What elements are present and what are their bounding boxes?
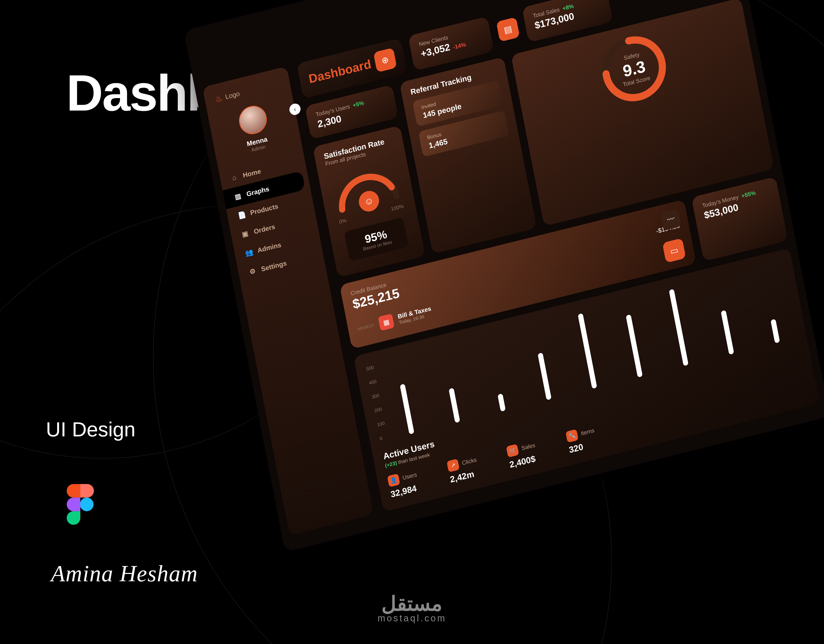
collapse-button[interactable]: ‹ (288, 103, 301, 116)
wallet-icon: ▭ (669, 245, 679, 256)
chart-bar (669, 289, 689, 366)
users-icon: 👥 (244, 248, 254, 258)
flame-icon: ♨ (214, 93, 223, 104)
stat-label: Items (580, 427, 595, 437)
chart-bar (721, 310, 734, 354)
chart-bar (497, 393, 506, 412)
newest-tag: NEWEST (357, 323, 375, 332)
file-icon: 📄 (237, 210, 246, 220)
chart-icon: ▥ (234, 192, 243, 201)
sidebar-item-label: Admins (257, 241, 282, 255)
calendar-icon: ▣ (241, 229, 250, 239)
stat-sales: 🛒Sales 2,400$ (506, 435, 555, 470)
watermark-latin: mostaql.com (378, 613, 446, 624)
ytick: 200 (374, 406, 383, 414)
stat-label: Clicks (461, 457, 477, 467)
cursor-icon: ↗ (447, 458, 460, 472)
ytick: 100 (377, 420, 385, 428)
sidebar-item-label: Orders (253, 223, 276, 236)
stat-clicks: ↗Clicks 2,42m (447, 450, 496, 485)
chart-bar (626, 314, 643, 377)
stat-label: Sales (521, 442, 536, 452)
watermark: مستقل mostaql.com (378, 592, 446, 624)
satisfaction-card: Satisfaction Rate From all projects ☺ (313, 125, 426, 278)
author-signature: Amina Hesham (51, 560, 198, 587)
chart-bar (537, 353, 552, 400)
stat-items: 🔧Items 320 (566, 420, 615, 455)
globe-button[interactable]: ⊕ (373, 48, 397, 73)
chart-bar (578, 313, 597, 389)
ytick: 300 (371, 393, 380, 400)
referral-card: Referral Tracking Invited 145 people Bon… (400, 57, 537, 254)
section-label: UI Design (46, 418, 135, 441)
gear-icon: ⚙ (248, 267, 257, 276)
ytick: 400 (369, 379, 377, 386)
gauge-min: 0% (338, 218, 347, 225)
sidebar-item-label: Settings (260, 259, 287, 273)
logo-text: Logo (224, 89, 240, 101)
chart-bar (400, 384, 414, 435)
home-icon: ⌂ (230, 173, 238, 182)
document-button[interactable]: ▤ (496, 17, 520, 42)
delta-value: (+23) (384, 460, 397, 468)
stat-users: 👤Users 32,984 (387, 465, 436, 500)
document-icon: ▤ (503, 23, 513, 35)
watermark-arabic: مستقل (378, 592, 446, 615)
figma-icon (66, 484, 94, 525)
chart-bar (449, 388, 460, 423)
wrench-icon: 🔧 (566, 429, 578, 443)
wallet-button[interactable]: ▭ (663, 238, 686, 263)
users-icon: 👤 (387, 474, 400, 487)
bill-icon: ▦ (378, 313, 395, 331)
chart-bar (770, 319, 780, 343)
dashboard-heading: Dashboard (307, 57, 372, 86)
ytick: 0 (380, 435, 388, 442)
cart-icon: 🛒 (506, 444, 519, 457)
stat-label: Users (402, 471, 418, 481)
kpi-delta: -14% (452, 41, 467, 51)
sidebar-item-label: Products (250, 202, 279, 217)
sidebar-item-label: Home (242, 167, 261, 179)
ytick: 500 (366, 365, 374, 372)
sidebar-item-label: Graphs (246, 185, 270, 198)
chevron-left-icon: ‹ (293, 106, 297, 113)
svg-point-0 (80, 498, 94, 511)
gauge-max: 100% (390, 203, 404, 212)
globe-icon: ⊕ (381, 54, 390, 66)
